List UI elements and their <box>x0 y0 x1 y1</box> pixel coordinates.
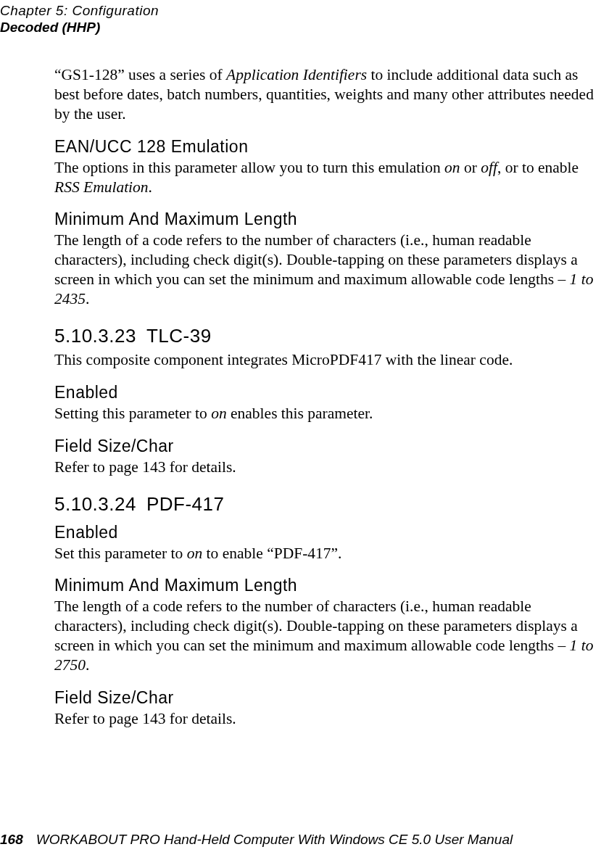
page-number: 168 <box>0 832 23 847</box>
text: The length of a code refers to the numbe… <box>54 231 578 288</box>
section-heading-pdf417: 5.10.3.24PDF-417 <box>54 493 601 516</box>
section-title: TLC-39 <box>146 325 212 347</box>
footer-text: WORKABOUT PRO Hand-Held Computer With Wi… <box>36 832 513 847</box>
header-chapter: Chapter 5: Configuration <box>0 3 159 20</box>
page-header: Chapter 5: Configuration Decoded (HHP) <box>0 3 159 36</box>
text-italic: on <box>444 159 460 176</box>
text-italic: on <box>211 405 227 422</box>
content-area: “GS1-128” uses a series of Application I… <box>54 65 601 739</box>
text: enables this parameter. <box>227 405 373 422</box>
text-italic: off <box>481 159 497 176</box>
section-title: PDF-417 <box>146 493 225 515</box>
paragraph-field-size-2: Refer to page 143 for details. <box>54 709 601 729</box>
paragraph-enabled-1: Setting this parameter to on enables thi… <box>54 404 601 423</box>
text: or <box>460 159 481 176</box>
text: Set this parameter to <box>54 545 187 562</box>
text: “GS1-128” uses a series of <box>54 66 226 83</box>
paragraph-length-1: The length of a code refers to the numbe… <box>54 231 601 309</box>
heading-field-size-1: Field Size/Char <box>54 437 601 456</box>
text: The length of a code refers to the numbe… <box>54 598 578 654</box>
text: to enable “PDF-417”. <box>202 545 341 562</box>
text: The options in this parameter allow you … <box>54 159 444 176</box>
text: . <box>86 290 89 307</box>
heading-field-size-2: Field Size/Char <box>54 688 601 708</box>
paragraph-gs1: “GS1-128” uses a series of Application I… <box>54 65 601 124</box>
section-number: 5.10.3.23 <box>54 325 136 347</box>
heading-min-max-length-2: Minimum And Maximum Length <box>54 576 601 595</box>
text-italic: on <box>187 545 203 562</box>
text: Setting this parameter to <box>54 405 211 422</box>
header-section: Decoded (HHP) <box>0 20 159 36</box>
text: . <box>149 178 152 196</box>
heading-enabled-1: Enabled <box>54 383 601 402</box>
page-footer: 168WORKABOUT PRO Hand-Held Computer With… <box>0 832 513 848</box>
heading-ean-ucc: EAN/UCC 128 Emulation <box>54 137 601 157</box>
section-heading-tlc39: 5.10.3.23TLC-39 <box>54 325 601 347</box>
heading-min-max-length-1: Minimum And Maximum Length <box>54 210 601 229</box>
paragraph-emulation: The options in this parameter allow you … <box>54 158 601 197</box>
heading-enabled-2: Enabled <box>54 523 601 542</box>
section-number: 5.10.3.24 <box>54 493 136 515</box>
text: . <box>86 656 89 674</box>
paragraph-tlc39: This composite component integrates Micr… <box>54 350 601 370</box>
paragraph-length-2: The length of a code refers to the numbe… <box>54 597 601 675</box>
paragraph-field-size-1: Refer to page 143 for details. <box>54 458 601 477</box>
paragraph-enabled-2: Set this parameter to on to enable “PDF-… <box>54 544 601 563</box>
page: Chapter 5: Configuration Decoded (HHP) “… <box>0 0 601 868</box>
text-italic: Application Identifiers <box>226 66 367 83</box>
text: , or to enable <box>497 159 579 176</box>
text-italic: RSS Emulation <box>54 178 149 196</box>
